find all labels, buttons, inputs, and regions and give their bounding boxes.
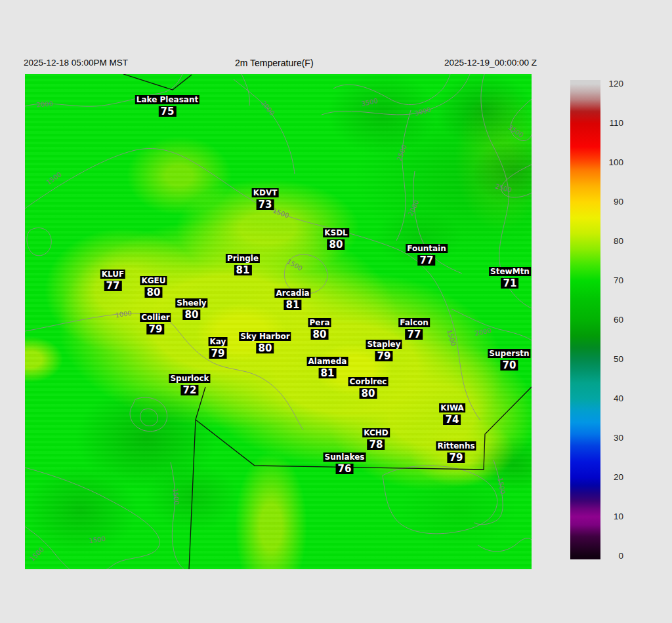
station-value: 71: [501, 278, 519, 289]
contour-line: [396, 110, 411, 241]
station-pera: Pera80: [308, 318, 331, 340]
station-value: 81: [319, 368, 337, 378]
station-sky-harbor: Sky Harbor80: [239, 332, 291, 353]
station-value: 70: [501, 360, 518, 371]
station-value: 78: [368, 439, 385, 450]
county-boundary-line: [189, 387, 205, 569]
contour-label: 2000: [36, 100, 53, 108]
station-lake-pleasant: Lake Pleasant75: [135, 95, 200, 117]
station-value: 79: [147, 324, 165, 334]
station-pringle: Pringle81: [226, 254, 260, 275]
colorbar-gradient: [570, 80, 600, 559]
station-kiwa: KIWA74: [439, 403, 465, 425]
station-kdvt: KDVT73: [252, 188, 279, 210]
weather-map-screen: 2025-12-18 05:00PM MST 2m Temperature(F)…: [0, 0, 672, 623]
station-name: Sky Harbor: [239, 332, 291, 341]
station-value: 77: [104, 281, 122, 291]
station-corblrec: Corblrec80: [348, 377, 388, 399]
temperature-map-canvas: 2000150020001500350030002500200035002500…: [25, 74, 532, 569]
station-name: Stapley: [366, 340, 402, 349]
contour-line: [383, 466, 497, 534]
station-name: KGEU: [140, 276, 167, 285]
station-sheely: Sheely80: [175, 298, 207, 320]
station-name: KIWA: [439, 403, 465, 412]
station-name: Arcadia: [274, 289, 310, 298]
page-title: 2m Temperature(F): [235, 58, 314, 68]
contour-line: [242, 74, 249, 106]
station-kgeu: KGEU80: [140, 276, 167, 298]
station-name: Alameda: [307, 357, 348, 366]
station-value: 79: [209, 348, 227, 359]
station-value: 72: [181, 385, 199, 395]
station-value: 80: [183, 310, 201, 320]
station-value: 76: [336, 464, 354, 474]
station-value: 77: [406, 329, 423, 340]
station-fountain: Fountain77: [406, 244, 448, 266]
station-value: 80: [257, 343, 274, 353]
station-name: KCHD: [362, 428, 390, 437]
station-name: Spurlock: [169, 374, 210, 383]
station-sunlakes: Sunlakes76: [324, 452, 366, 474]
station-name: KLUF: [100, 270, 125, 279]
contour-line: [130, 397, 167, 432]
station-kay: Kay79: [209, 337, 228, 359]
station-name: Sunlakes: [324, 452, 366, 462]
contour-line: [25, 527, 70, 569]
contour-line: [140, 409, 158, 426]
station-value: 80: [145, 287, 163, 298]
station-name: Pringle: [226, 254, 260, 263]
station-value: 80: [360, 388, 377, 399]
station-name: Corblrec: [348, 377, 388, 386]
station-value: 79: [375, 351, 393, 361]
contour-line: [234, 79, 295, 174]
station-name: Lake Pleasant: [135, 95, 200, 104]
station-name: Kay: [209, 337, 228, 346]
station-stapley: Stapley79: [366, 340, 402, 361]
station-value: 77: [418, 255, 436, 266]
contour-line: [25, 468, 159, 569]
contour-line: [171, 462, 184, 569]
station-value: 80: [311, 329, 329, 340]
station-value: 81: [284, 300, 302, 310]
contour-layer: [25, 74, 532, 569]
station-value: 74: [444, 414, 461, 425]
station-ksdl: KSDL80: [323, 228, 349, 250]
station-name: Falcon: [398, 318, 430, 327]
contour-label: 1500: [171, 488, 180, 505]
contour-line: [452, 309, 532, 340]
station-arcadia: Arcadia81: [274, 289, 310, 310]
station-kluf: KLUF77: [100, 270, 125, 291]
station-kchd: KCHD78: [362, 428, 390, 450]
station-falcon: Falcon77: [398, 318, 430, 340]
station-value: 80: [327, 239, 345, 250]
contour-line: [27, 228, 51, 255]
station-value: 79: [448, 452, 465, 463]
station-value: 81: [234, 265, 252, 275]
station-value: 73: [257, 199, 274, 210]
contour-line: [478, 538, 532, 552]
station-name: Collier: [140, 313, 171, 322]
contour-line: [333, 74, 450, 105]
station-alameda: Alameda81: [307, 357, 348, 378]
station-name: Rittenhs: [436, 441, 476, 451]
valid-time-utc: 2025-12-19_00:00:00 Z: [444, 58, 537, 68]
station-value: 75: [159, 106, 177, 117]
station-spurlock: Spurlock72: [169, 374, 210, 395]
station-name: KDVT: [252, 188, 279, 197]
station-name: KSDL: [323, 228, 349, 237]
valid-time-local: 2025-12-18 05:00PM MST: [24, 58, 128, 68]
station-name: Fountain: [406, 244, 448, 253]
station-name: Superstn: [488, 349, 530, 358]
station-rittenhs: Rittenhs79: [436, 441, 476, 463]
station-stewmtn: StewMtn71: [489, 267, 531, 289]
station-collier: Collier79: [140, 313, 171, 334]
station-superstn: Superstn70: [488, 349, 530, 371]
station-name: Pera: [308, 318, 331, 327]
station-name: Sheely: [175, 298, 207, 308]
station-name: StewMtn: [489, 267, 531, 276]
